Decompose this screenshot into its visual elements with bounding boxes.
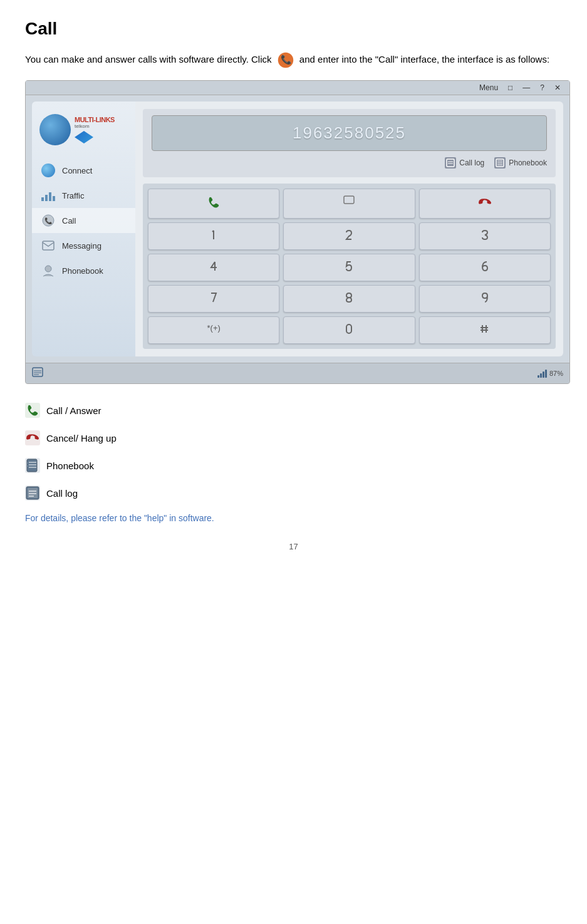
phonebook-button[interactable]: Phonebook bbox=[494, 157, 547, 169]
logo-brand-text: MULTI-LINKS bbox=[75, 116, 115, 123]
key-2[interactable] bbox=[283, 222, 415, 250]
calllog-desc-icon bbox=[25, 485, 40, 501]
call-buttons-row: Call log Phonebook bbox=[152, 157, 547, 169]
key-star[interactable]: *(+) bbox=[148, 316, 279, 344]
sidebar-item-messaging[interactable]: Messaging bbox=[32, 233, 135, 258]
sidebar-label-call: Call bbox=[62, 216, 76, 226]
key-call[interactable] bbox=[148, 189, 279, 219]
titlebar-help-icon[interactable]: ? bbox=[538, 83, 547, 92]
screenshot-body: MULTI-LINKS telkom Connect bbox=[26, 95, 569, 363]
sidebar-item-phonebook[interactable]: Phonebook bbox=[32, 258, 135, 283]
sidebar-label-phonebook: Phonebook bbox=[62, 266, 103, 276]
page-title: Call bbox=[25, 19, 562, 39]
titlebar-close-icon[interactable]: ✕ bbox=[552, 83, 563, 92]
signal-bars bbox=[538, 369, 547, 378]
key-blank-top[interactable] bbox=[283, 189, 415, 219]
status-left-icon bbox=[32, 367, 43, 380]
svg-rect-19 bbox=[33, 368, 43, 376]
svg-text:📞: 📞 bbox=[280, 55, 291, 65]
key-3[interactable] bbox=[419, 222, 551, 250]
call-icon: 📞 bbox=[41, 213, 56, 228]
key-1[interactable] bbox=[148, 222, 279, 250]
sidebar-label-messaging: Messaging bbox=[62, 241, 101, 251]
key-hangup[interactable] bbox=[419, 189, 551, 219]
titlebar-minimize-icon[interactable]: — bbox=[520, 83, 532, 92]
call-log-button[interactable]: Call log bbox=[445, 157, 484, 169]
logo-box: MULTI-LINKS telkom bbox=[39, 114, 128, 145]
call-icon-inline: 📞 bbox=[277, 51, 294, 69]
titlebar: Menu □ — ? ✕ bbox=[26, 81, 569, 95]
desc-row-calllog: Call log bbox=[25, 485, 562, 501]
signal-text: 87% bbox=[549, 370, 563, 377]
svg-rect-6 bbox=[447, 159, 454, 167]
key-6[interactable] bbox=[419, 254, 551, 281]
svg-rect-13 bbox=[344, 196, 354, 204]
logo-sub-text: telkom bbox=[75, 123, 115, 129]
key-7[interactable] bbox=[148, 285, 279, 313]
svg-point-5 bbox=[45, 266, 51, 272]
phonebook-icon bbox=[41, 263, 56, 278]
key-9[interactable] bbox=[419, 285, 551, 313]
green-phone-icon bbox=[25, 403, 40, 418]
keypad-grid: *(+) bbox=[148, 189, 551, 344]
sidebar-label-traffic: Traffic bbox=[62, 191, 84, 200]
desc-text-call-answer: Call / Answer bbox=[46, 405, 101, 416]
desc-text-calllog: Call log bbox=[46, 488, 78, 499]
keypad: *(+) bbox=[143, 184, 556, 349]
svg-rect-14 bbox=[346, 324, 351, 333]
logo-text: MULTI-LINKS telkom bbox=[75, 116, 115, 143]
phonebook-desc-icon bbox=[25, 458, 40, 473]
main-content: 19632580525 Call log bbox=[135, 101, 563, 356]
desc-text-phonebook: Phonebook bbox=[46, 460, 94, 471]
key-0[interactable] bbox=[283, 316, 415, 344]
logo-diamond-icon bbox=[75, 131, 93, 143]
desc-row-call-answer: Call / Answer bbox=[25, 403, 562, 418]
descriptions-section: Call / Answer Cancel/ Hang up Phonebook bbox=[25, 403, 562, 501]
call-log-label: Call log bbox=[459, 158, 484, 167]
screenshot-mockup: Menu □ — ? ✕ MULTI-LINKS telkom bbox=[25, 80, 570, 384]
svg-text:📞: 📞 bbox=[44, 217, 53, 225]
titlebar-box-icon[interactable]: □ bbox=[506, 83, 515, 92]
signal-indicator: 87% bbox=[538, 369, 563, 378]
desc-row-phonebook: Phonebook bbox=[25, 458, 562, 473]
status-bar: 87% bbox=[26, 363, 569, 383]
logo-area: MULTI-LINKS telkom bbox=[32, 108, 135, 158]
intro-text-after: and enter into the "Call" interface, the… bbox=[299, 54, 549, 65]
phonebook-btn-icon bbox=[494, 157, 506, 169]
key-8[interactable] bbox=[283, 285, 415, 313]
menu-label[interactable]: Menu bbox=[477, 83, 501, 92]
intro-paragraph: You can make and answer calls with softw… bbox=[25, 51, 562, 69]
key-4[interactable] bbox=[148, 254, 279, 281]
sidebar-item-connect[interactable]: Connect bbox=[32, 158, 135, 183]
intro-text-before: You can make and answer calls with softw… bbox=[25, 54, 272, 65]
sidebar-item-call[interactable]: 📞 Call bbox=[32, 208, 135, 233]
phone-number-display: 19632580525 bbox=[293, 123, 406, 142]
call-log-icon bbox=[445, 157, 456, 169]
svg-rect-4 bbox=[43, 241, 54, 250]
phonebook-btn-label: Phonebook bbox=[509, 158, 547, 167]
desc-text-cancel-hangup: Cancel/ Hang up bbox=[46, 433, 117, 444]
logo-globe-icon bbox=[39, 114, 71, 145]
key-5[interactable] bbox=[283, 254, 415, 281]
connect-icon bbox=[41, 163, 56, 178]
phone-number-box: 19632580525 bbox=[152, 115, 547, 151]
sidebar: MULTI-LINKS telkom Connect bbox=[32, 101, 135, 356]
key-hash[interactable] bbox=[419, 316, 551, 344]
red-phone-icon bbox=[25, 430, 40, 445]
traffic-icon bbox=[41, 188, 56, 203]
sidebar-item-traffic[interactable]: Traffic bbox=[32, 183, 135, 208]
sidebar-label-connect: Connect bbox=[62, 166, 92, 175]
messaging-icon bbox=[41, 238, 56, 253]
phone-display-area: 19632580525 Call log bbox=[143, 109, 556, 177]
footer-note: For details, please refer to the "help" … bbox=[25, 513, 562, 523]
desc-row-cancel-hangup: Cancel/ Hang up bbox=[25, 430, 562, 445]
svg-rect-23 bbox=[25, 403, 40, 418]
svg-rect-26 bbox=[27, 459, 37, 472]
page-number: 17 bbox=[25, 542, 562, 551]
